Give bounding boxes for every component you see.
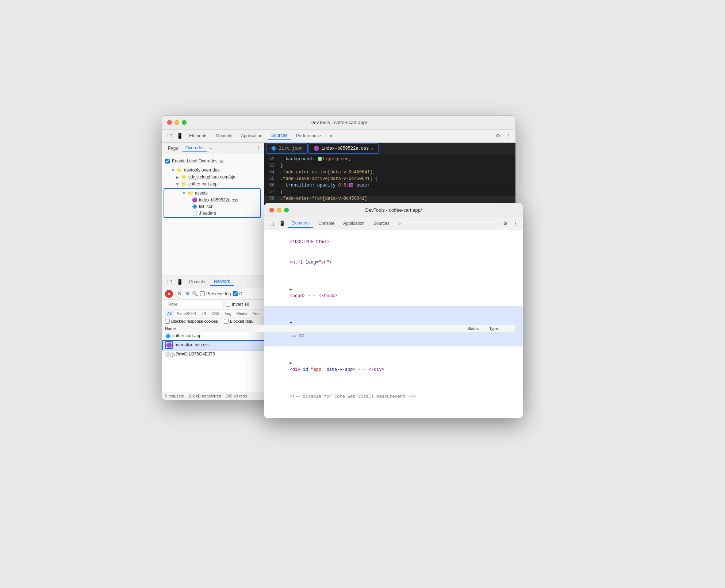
maximize-button[interactable] (182, 120, 187, 125)
tab-application[interactable]: Application (237, 132, 266, 140)
html-line-div-app[interactable]: ▶ <div id="app" data-v-app> ··· </div> (264, 346, 523, 380)
window-title-back: DevTools - coffee-cart.app/ (167, 120, 510, 125)
disable-cache-check[interactable]: D (233, 291, 242, 296)
window-title-front: DevTools - coffee-cart.app/ (269, 207, 518, 213)
tab-more-front[interactable]: » (395, 219, 404, 227)
html-line-comment1[interactable]: <!-- disable for Core Web Vitals measure… (264, 380, 523, 407)
css-tab-icon: 🟣 (314, 146, 319, 151)
more-icon-front[interactable]: ⋮ (511, 219, 520, 228)
tree-label: cdnjs.cloudflare.com/aja (188, 174, 235, 180)
invert-checkbox[interactable]: Invert (226, 302, 243, 307)
tree-item-devtools-overrides[interactable]: ▼ 📁 devtools overrides (162, 167, 264, 174)
filter-js[interactable]: JS (199, 311, 208, 316)
tree-item-headers-file[interactable]: 📄 .headers (164, 210, 260, 216)
tree-item-assets[interactable]: ▼ 📁 assets (164, 190, 260, 197)
sidebar-more-btn[interactable]: » (210, 146, 212, 150)
code-line-56: 56 transition: opacity 0.5s ease; (264, 183, 515, 189)
traffic-lights-back (167, 120, 187, 125)
tree-item-coffee-cart[interactable]: ▼ 📁 coffee-cart.app (162, 181, 264, 188)
enable-overrides-label: Enable Local Overrides (172, 158, 218, 164)
filter-icon[interactable]: ⚙ (185, 291, 190, 296)
traffic-lights-front (269, 208, 289, 212)
sidebar-back: Page Overrides » ⋮ Enable Local Override… (162, 143, 264, 276)
folder-icon: 📁 (181, 174, 187, 180)
tab-network-bottom[interactable]: Network (210, 278, 234, 286)
folder-icon: 📁 (188, 191, 193, 196)
filter-font[interactable]: Font (250, 311, 263, 316)
html-line-comment2[interactable]: <!-- <div id="invisible" width="200" hei… (264, 407, 523, 418)
preserve-log-checkbox[interactable]: Preserve log (200, 291, 231, 296)
expand-icon: ▼ (182, 191, 186, 195)
col-type: Type (486, 325, 515, 332)
devtools-window-front: DevTools - coffee-cart.app/ ⬚ 📱 Elements… (264, 203, 523, 418)
tree-label: .headers (199, 211, 216, 216)
tree-item-cdnjs[interactable]: ▶ 📁 cdnjs.cloudflare.com/aja (162, 174, 264, 181)
tab-elements[interactable]: Elements (185, 132, 211, 140)
record-button[interactable]: ● (165, 290, 173, 298)
devtools-device-icon[interactable]: 📱 (175, 131, 184, 140)
editor-tab-css[interactable]: 🟣 index-b859522e.css ✕ (308, 143, 379, 154)
filter-all[interactable]: All (165, 311, 174, 316)
html-line-head[interactable]: ▶ <head> ··· </head> (264, 273, 523, 306)
code-line-58: 58 .fade-enter-from[data-v-0c450641], (264, 196, 515, 203)
tab-more-back[interactable]: » (326, 132, 336, 140)
tab-console[interactable]: Console (212, 132, 236, 140)
tree-item-json-file[interactable]: 🔷 list.json (164, 203, 260, 210)
tab-elements-front[interactable]: Elements (288, 219, 313, 228)
minimize-button-front[interactable] (277, 208, 281, 212)
minimize-button[interactable] (174, 120, 179, 125)
folder-icon: 📁 (177, 168, 183, 173)
tab-sources[interactable]: Sources (268, 131, 291, 140)
search-button[interactable]: 🔍 (192, 291, 198, 296)
blocked-cookies-check[interactable]: Blocked response cookies (165, 319, 218, 324)
settings-icon[interactable]: ⚙ (494, 131, 502, 140)
title-bar-back: DevTools - coffee-cart.app/ (162, 116, 515, 130)
color-swatch-ease (349, 183, 353, 187)
col-name: Name (162, 325, 464, 332)
js-file-icon: ⬜ (165, 351, 171, 357)
editor-tab-css-label: index-b859522e.css (322, 146, 369, 151)
enable-overrides-checkbox[interactable] (165, 159, 170, 164)
network-filter-input[interactable] (165, 301, 223, 308)
sidebar-menu-btn[interactable]: ⋮ (256, 145, 261, 151)
html-line-doctype[interactable]: <!DOCTYPE html> (264, 232, 523, 252)
devtools-inspect-icon-bottom[interactable]: ⬚ (165, 277, 174, 286)
inspect-icon-front[interactable]: ⬚ (267, 219, 276, 228)
editor-tab-json-label: list.json (279, 146, 303, 151)
tab-application-front[interactable]: Application (340, 219, 368, 227)
editor-tab-json[interactable]: 🔷 list.json (266, 143, 308, 154)
devtools-inspect-icon[interactable]: ⬚ (165, 131, 174, 140)
filter-media[interactable]: Media (234, 311, 250, 316)
no-sync-icon: ⊘ (220, 158, 224, 164)
sidebar-tab-page[interactable]: Page (165, 145, 181, 152)
sidebar-tab-overrides[interactable]: Overrides (183, 144, 207, 152)
tab-performance[interactable]: Performance (292, 132, 325, 140)
network-table-header: Name Status Type (162, 325, 515, 332)
code-line-57: 57 } (264, 189, 515, 196)
filter-css[interactable]: CSS (209, 311, 222, 316)
close-button[interactable] (167, 120, 172, 125)
devtools-device-icon-bottom[interactable]: 📱 (175, 277, 184, 286)
tab-sources-front[interactable]: Sources (370, 219, 393, 227)
more-options-icon[interactable]: ⋮ (504, 131, 513, 140)
file-tree: ▼ 📁 devtools overrides ▶ 📁 cdnjs.cloudfl… (162, 165, 264, 220)
tree-item-css-file[interactable]: 🟣 index-b859522e.css (164, 197, 260, 203)
blocked-req-check[interactable]: Blocked requ (224, 319, 253, 324)
maximize-button-front[interactable] (284, 208, 289, 212)
tree-label: list.json (199, 204, 214, 209)
code-line-54: 54 .fade-enter-active[data-v-0c450641], (264, 170, 515, 176)
css-file-icon-net: 🟣 (165, 341, 173, 349)
clear-button[interactable]: ⊘ (175, 290, 183, 298)
net-filename-2: js?id=G-LB75G4EJT9 (172, 351, 215, 357)
tab-console-bottom[interactable]: Console (185, 278, 209, 285)
html-line-html[interactable]: <html lang="en"> (264, 252, 523, 273)
close-button-front[interactable] (269, 208, 274, 212)
html-file-icon: 🔷 (165, 333, 171, 339)
editor-tab-close[interactable]: ✕ (371, 146, 373, 151)
settings-icon-front[interactable]: ⚙ (501, 219, 510, 228)
folder-icon: 📁 (181, 181, 187, 187)
device-icon-front[interactable]: 📱 (277, 219, 286, 228)
filter-fetch[interactable]: Fetch/XHR (174, 311, 199, 316)
tab-console-front[interactable]: Console (315, 219, 338, 227)
filter-img[interactable]: Img (223, 311, 234, 316)
